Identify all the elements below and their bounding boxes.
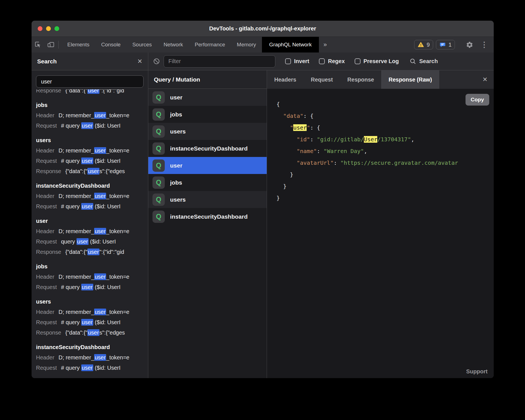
result-text-segment: ($id: UserI <box>93 123 121 129</box>
panel-tab-console[interactable]: Console <box>95 37 127 52</box>
search-result-row[interactable]: HeaderD; remember_user_token=e <box>36 226 144 237</box>
checkbox-preserve-log[interactable]: Preserve Log <box>355 58 399 65</box>
support-link[interactable]: Support <box>466 368 488 375</box>
search-result-row[interactable]: Request# query user ($id: UserI <box>36 363 144 373</box>
regex-checkbox-box[interactable] <box>319 58 325 64</box>
result-group-title: instanceSecurityDashboard <box>36 342 144 352</box>
query-list: QuserQjobsQusersQinstanceSecurityDashboa… <box>148 89 267 225</box>
checkbox-regex[interactable]: Regex <box>319 58 345 65</box>
result-field-label: Request <box>36 238 57 245</box>
clear-block-icon[interactable] <box>153 58 160 65</box>
query-list-item-jobs[interactable]: Qjobs <box>148 106 267 123</box>
result-text-segment: query <box>61 238 77 245</box>
query-list-item-jobs[interactable]: Qjobs <box>148 174 267 191</box>
detail-tab-response[interactable]: Response <box>340 70 381 89</box>
search-input[interactable] <box>36 75 144 88</box>
search-result-row[interactable]: HeaderD; remember_user_token=e <box>36 352 144 363</box>
filter-input[interactable] <box>164 55 275 68</box>
query-list-item-users[interactable]: Qusers <box>148 123 267 140</box>
search-panel-title: Search <box>37 58 57 65</box>
result-field-label: Response <box>36 168 61 174</box>
search-result-row[interactable]: HeaderD; remember_user_token=e <box>36 307 144 317</box>
search-result-row[interactable]: Response{"data":{"users":{"edges <box>36 166 144 176</box>
panel-tab-performance[interactable]: Performance <box>189 37 231 52</box>
json-token: "data" <box>283 113 303 119</box>
match-highlight: user <box>94 273 106 280</box>
query-type-badge: Q <box>152 194 165 206</box>
checkbox-invert[interactable]: Invert <box>285 58 309 65</box>
match-highlight: user <box>87 168 99 175</box>
search-result-row[interactable]: HeaderD; remember_user_token=e <box>36 145 144 156</box>
query-list-item-user[interactable]: Quser <box>148 89 267 106</box>
search-result-row[interactable]: HeaderD; remember_user_token=e <box>36 272 144 282</box>
detail-tab-response-raw[interactable]: Response (Raw) <box>381 70 439 89</box>
preserve-log-checkbox-box[interactable] <box>355 58 361 64</box>
close-search-icon[interactable]: ✕ <box>137 58 142 65</box>
result-text: D; remember_user_token=e <box>59 193 130 199</box>
search-result-row[interactable]: Response{"data":{"users":{"edges <box>36 328 144 338</box>
search-result-row[interactable]: Requestquery user ($id: UserI <box>36 237 144 247</box>
result-text-segment: # query <box>61 158 81 164</box>
query-list-item-instancesecuritydashboard[interactable]: QinstanceSecurityDashboard <box>148 140 267 157</box>
close-window-button[interactable] <box>38 26 42 31</box>
search-result-row[interactable]: Request# query user ($id: UserI <box>36 121 144 131</box>
minimize-window-button[interactable] <box>46 26 51 31</box>
query-list-item-users[interactable]: Qusers <box>148 191 267 208</box>
json-token: /13704317" <box>377 136 411 143</box>
json-line: "name": "Warren Day", <box>276 145 494 157</box>
query-item-label: instanceSecurityDashboard <box>170 145 248 152</box>
panel-tab-graphql-network[interactable]: GraphQL Network <box>262 37 319 52</box>
search-result-row[interactable]: Request# query user ($id: UserI <box>36 317 144 328</box>
result-field-label: Header <box>36 112 54 118</box>
search-result-row[interactable]: HeaderD; remember_user_token=e <box>36 110 144 121</box>
filter-search-label: Search <box>419 58 438 65</box>
json-token: " <box>290 124 293 131</box>
issues-warning-badge[interactable]: 9 <box>414 40 433 49</box>
messages-badge[interactable]: 1 <box>436 40 455 49</box>
invert-checkbox-box[interactable] <box>285 58 291 64</box>
result-group-title: users <box>36 135 144 145</box>
result-text: {"data":{"users":{"edges <box>65 168 125 175</box>
detail-tab-request[interactable]: Request <box>304 70 340 89</box>
search-result-row[interactable]: Response{"data":{"user":{"id":"gid <box>36 247 144 257</box>
match-highlight: user <box>81 364 93 371</box>
settings-gear-icon[interactable] <box>463 41 476 49</box>
toolbar-separator <box>58 41 59 49</box>
result-text-segment: # query <box>61 365 81 371</box>
panel-tab-network[interactable]: Network <box>158 37 189 52</box>
query-list-item-user[interactable]: Quser <box>148 157 267 174</box>
search-result-row[interactable]: Request# query user ($id: UserI <box>36 282 144 292</box>
result-text-segment: D; remember_ <box>59 112 94 118</box>
result-field-label: Header <box>36 228 54 234</box>
json-token: "https://secure.gravatar.com/avatar <box>340 159 458 166</box>
search-result-row[interactable]: Request# query user ($id: UserI <box>36 201 144 212</box>
inspect-element-icon[interactable] <box>32 37 44 52</box>
filter-search-button[interactable]: Search <box>409 58 438 65</box>
panel-tab-sources[interactable]: Sources <box>127 37 158 52</box>
result-text-segment: _token=e <box>106 147 129 154</box>
query-item-label: users <box>170 196 186 203</box>
zoom-window-button[interactable] <box>54 26 59 31</box>
result-field-label: Header <box>36 147 54 154</box>
more-tabs-button[interactable]: » <box>319 37 331 52</box>
panel-tab-elements[interactable]: Elements <box>61 37 95 52</box>
result-text-segment: ($id: UserI <box>93 365 121 371</box>
device-toolbar-icon[interactable] <box>44 37 57 52</box>
json-token <box>276 113 283 119</box>
search-result-row[interactable]: HeaderD; remember_user_token=e <box>36 191 144 201</box>
result-text-segment: {"data":{" <box>65 168 87 174</box>
kebab-menu-icon[interactable]: ⋮ <box>479 40 490 49</box>
result-field-label: Request <box>36 284 57 290</box>
query-list-item-instancesecuritydashboard[interactable]: QinstanceSecurityDashboard <box>148 208 267 225</box>
result-text: # query user ($id: UserI <box>61 122 121 129</box>
search-panel-content: Response{"data":{"user":{"id":"gidjobsHe… <box>32 70 148 378</box>
panel-tab-memory[interactable]: Memory <box>231 37 262 52</box>
close-detail-icon[interactable]: ✕ <box>483 70 494 89</box>
detail-tab-headers[interactable]: Headers <box>267 70 304 89</box>
query-mutation-header: Query / Mutation <box>148 70 267 89</box>
search-result-row[interactable]: Response{"data":{"user":{"id":"gid <box>36 89 144 96</box>
copy-button[interactable]: Copy <box>466 94 490 106</box>
result-text-segment: _token=e <box>106 309 129 315</box>
result-text: D; remember_user_token=e <box>59 354 130 361</box>
search-result-row[interactable]: Request# query user ($id: UserI <box>36 156 144 166</box>
